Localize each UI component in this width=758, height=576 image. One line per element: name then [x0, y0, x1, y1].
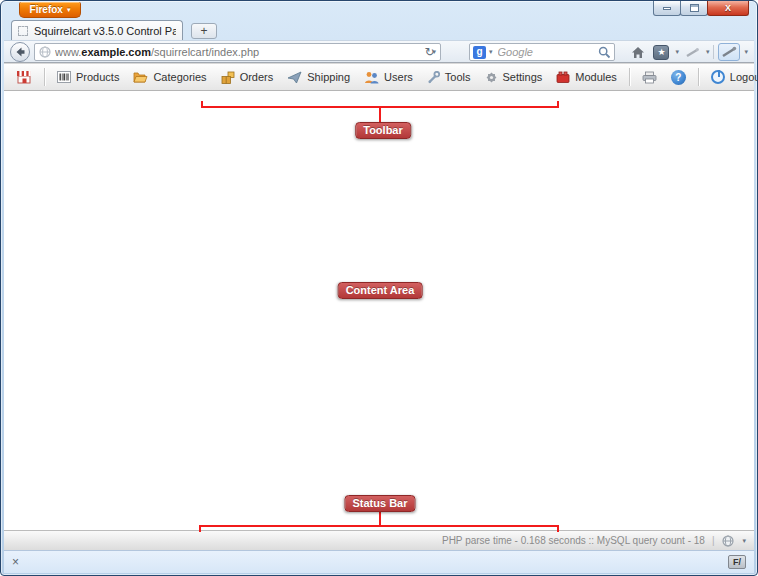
airplane-icon	[287, 71, 302, 84]
nav-separator	[713, 45, 714, 59]
globe-icon	[39, 46, 51, 58]
reload-button[interactable]: ↻	[421, 44, 438, 60]
gear-icon	[485, 71, 498, 84]
maximize-button[interactable]	[680, 1, 708, 16]
toolbar-separator	[44, 68, 45, 86]
extension-icon-1	[685, 47, 700, 58]
boxes-icon	[221, 71, 235, 84]
reload-icon: ↻	[424, 45, 434, 59]
content-area-annotation-label: Content Area	[338, 282, 423, 299]
extension-dropdown-icon-2[interactable]: ▾	[744, 48, 748, 56]
search-box[interactable]: g ▾	[469, 43, 615, 61]
browser-window: Firefox ▾ X Squirrelcart v3.5.0 Control …	[0, 0, 758, 576]
toolbar-label: Orders	[240, 71, 274, 83]
toolbar-separator	[629, 68, 630, 86]
firefox-menu-button[interactable]: Firefox ▾	[19, 2, 81, 18]
toolbar-label: Tools	[445, 71, 471, 83]
nav-right-buttons: ★ ▾ ▾ ▾	[629, 42, 748, 62]
plus-icon: +	[200, 25, 207, 37]
maximize-icon	[690, 4, 699, 12]
home-icon	[631, 46, 645, 59]
addon-bar-right: F/	[728, 555, 746, 569]
toolbar-label: Products	[76, 71, 119, 83]
toolbar-button-products[interactable]: Products	[51, 68, 125, 86]
url-bar[interactable]: www.example.com/squirrelcart/index.php ▾	[34, 43, 441, 61]
toolbar-button-tools[interactable]: Tools	[421, 68, 477, 87]
storefront-icon	[16, 70, 32, 84]
addon-bar-close-button[interactable]: ×	[12, 556, 19, 568]
addon-bar: × F/	[4, 550, 754, 573]
toolbar-button-users[interactable]: Users	[358, 68, 419, 87]
extension-button-1[interactable]	[683, 43, 702, 61]
back-arrow-icon	[14, 46, 26, 58]
google-icon[interactable]: g	[473, 46, 486, 59]
toolbar-button-shipping[interactable]: Shipping	[281, 68, 356, 87]
toolbar-label: Categories	[153, 71, 206, 83]
navigation-toolbar: www.example.com/squirrelcart/index.php ▾…	[4, 40, 754, 63]
users-icon	[364, 71, 379, 84]
home-button[interactable]	[629, 43, 647, 61]
window-controls: X	[654, 1, 749, 16]
toolbar-label: Settings	[503, 71, 543, 83]
status-bar-text: PHP parse time - 0.168 seconds :: MySQL …	[442, 535, 705, 546]
firefox-menu-label: Firefox	[30, 4, 63, 15]
firebug-button[interactable]: F/	[728, 555, 746, 569]
url-prefix: www.	[55, 46, 81, 58]
help-icon: ?	[671, 70, 686, 85]
status-bar: PHP parse time - 0.168 seconds :: MySQL …	[4, 530, 754, 550]
logout-label: Logout	[730, 71, 758, 83]
toolbar-label: Users	[384, 71, 413, 83]
tab-squirrelcart[interactable]: Squirrelcart v3.5.0 Control Panel	[11, 20, 183, 40]
close-icon: X	[725, 3, 731, 13]
home-shop-button[interactable]	[10, 67, 38, 87]
wrench-icon	[427, 71, 440, 84]
help-button[interactable]: ?	[665, 67, 692, 88]
toolbar-button-orders[interactable]: Orders	[215, 68, 280, 87]
back-button[interactable]	[10, 42, 30, 62]
minimize-button[interactable]	[653, 1, 681, 16]
bookmarks-button[interactable]: ★	[651, 43, 671, 61]
toolbar-button-modules[interactable]: Modules	[550, 68, 623, 86]
status-bar-annotation-bracket	[199, 525, 559, 532]
app-toolbar: Products Categories Orders	[4, 63, 754, 91]
extension-button-2[interactable]	[718, 43, 740, 61]
toolbar-annotation-bracket	[201, 101, 559, 108]
search-icon[interactable]	[598, 46, 611, 59]
folder-icon	[133, 71, 148, 83]
tab-favicon-placeholder-icon	[18, 26, 28, 36]
bookmark-star-icon: ★	[653, 45, 669, 60]
toolbar-button-settings[interactable]: Settings	[479, 68, 549, 87]
extension-dropdown-icon-1[interactable]: ▾	[706, 48, 710, 56]
toolbar-annotation-stem	[379, 108, 381, 123]
url-text: www.example.com/squirrelcart/index.php	[55, 46, 428, 58]
status-bar-annotation-label: Status Bar	[344, 495, 415, 512]
url-path: /squirrelcart/index.php	[151, 46, 259, 58]
minimize-icon	[663, 7, 671, 10]
extension-icon-2	[721, 46, 737, 58]
tab-title: Squirrelcart v3.5.0 Control Panel	[34, 25, 176, 37]
close-button[interactable]: X	[707, 1, 749, 16]
status-separator: |	[712, 535, 715, 546]
search-input[interactable]	[496, 45, 595, 59]
search-engine-dropdown-icon[interactable]: ▾	[489, 48, 493, 56]
printer-icon	[642, 71, 657, 84]
logout-power-icon	[711, 70, 725, 84]
status-globe-icon[interactable]	[721, 534, 735, 548]
module-brick-icon	[556, 71, 570, 83]
url-domain: example.com	[81, 46, 151, 58]
toolbar-annotation-label: Toolbar	[355, 122, 411, 139]
logout-button[interactable]: Logout	[705, 67, 758, 87]
print-button[interactable]	[636, 68, 663, 87]
bookmarks-dropdown-icon[interactable]: ▾	[675, 48, 679, 56]
chevron-down-icon: ▾	[67, 6, 71, 14]
new-tab-button[interactable]: +	[191, 23, 217, 39]
status-menu-dropdown-icon[interactable]: ▾	[742, 537, 746, 545]
status-bar-annotation-stem	[379, 512, 381, 525]
toolbar-label: Modules	[575, 71, 617, 83]
toolbar-separator	[698, 68, 699, 86]
toolbar-button-categories[interactable]: Categories	[127, 68, 212, 86]
toolbar-label: Shipping	[307, 71, 350, 83]
barcode-icon	[57, 71, 71, 83]
